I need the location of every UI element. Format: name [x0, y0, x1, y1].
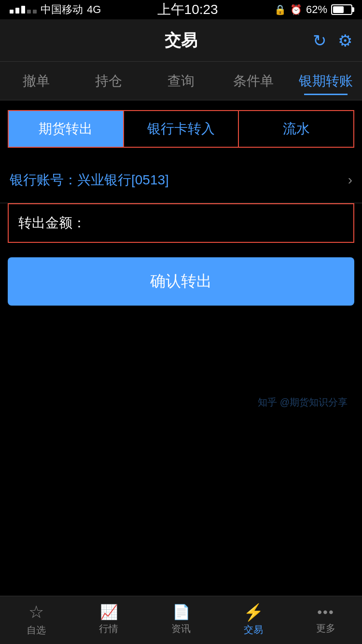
status-right: 🔒 ⏰ 62%	[274, 3, 352, 16]
lock-icon: 🔒	[274, 4, 286, 15]
network-label: 4G	[87, 3, 101, 16]
bottom-nav-news[interactable]: 📄 资讯	[145, 605, 217, 635]
market-icon: 📈	[100, 605, 118, 619]
news-icon: 📄	[172, 605, 190, 619]
time-label: 上午10:23	[157, 0, 218, 19]
amount-row: 转出金额：	[8, 203, 354, 243]
status-left: 中国移动 4G	[10, 2, 101, 17]
bottom-nav: ☆ 自选 📈 行情 📄 资讯 ⚡ 交易 ••• 更多	[0, 596, 362, 644]
refresh-icon[interactable]: ↻	[313, 31, 326, 50]
page-title: 交易	[165, 29, 197, 52]
confirm-button[interactable]: 确认转出	[8, 257, 354, 306]
sub-tabs: 期货转出 银行卡转入 流水	[8, 110, 354, 148]
trade-label: 交易	[244, 623, 263, 636]
tab-transfer[interactable]: 银期转账	[290, 67, 362, 95]
signal-dots	[10, 6, 37, 14]
tab-query[interactable]: 查询	[145, 67, 217, 95]
settings-icon[interactable]: ⚙	[338, 31, 352, 50]
tab-position[interactable]: 持仓	[72, 67, 145, 95]
battery-indicator	[331, 4, 352, 15]
sub-tab-futures-out[interactable]: 期货转出	[9, 111, 124, 147]
bank-account-highlight: [0513]	[131, 172, 169, 187]
chevron-right-icon: ›	[348, 172, 352, 188]
status-bar: 中国移动 4G 上午10:23 🔒 ⏰ 62%	[0, 0, 362, 19]
bottom-nav-market[interactable]: 📈 行情	[72, 605, 145, 635]
more-icon: •••	[317, 605, 334, 619]
trade-icon: ⚡	[243, 604, 264, 620]
bank-account-row[interactable]: 银行账号：兴业银行[0513] ›	[0, 157, 362, 203]
bottom-nav-more[interactable]: ••• 更多	[290, 605, 362, 635]
alarm-icon: ⏰	[290, 4, 302, 15]
favorites-icon: ☆	[28, 603, 44, 621]
watermark: 知乎 @期货知识分享	[258, 396, 348, 409]
bottom-nav-favorites[interactable]: ☆ 自选	[0, 603, 72, 637]
sub-tab-history[interactable]: 流水	[239, 111, 353, 147]
tab-cancel[interactable]: 撤单	[0, 67, 72, 95]
sub-tab-bank-in[interactable]: 银行卡转入	[124, 111, 239, 147]
more-label: 更多	[316, 622, 335, 635]
nav-header: 交易 ↻ ⚙	[0, 19, 362, 62]
tab-condition[interactable]: 条件单	[217, 67, 290, 95]
amount-input[interactable]	[86, 215, 344, 231]
favorites-label: 自选	[27, 624, 46, 637]
bank-account-label: 银行账号：兴业银行[0513]	[10, 171, 169, 189]
amount-label: 转出金额：	[18, 214, 86, 232]
top-tab-bar: 撤单 持仓 查询 条件单 银期转账	[0, 62, 362, 100]
bottom-nav-trade[interactable]: ⚡ 交易	[217, 604, 290, 636]
carrier-label: 中国移动	[41, 2, 83, 17]
nav-actions: ↻ ⚙	[313, 31, 352, 50]
battery-label: 62%	[306, 3, 327, 16]
content-area: 期货转出 银行卡转入 流水 银行账号：兴业银行[0513] › 转出金额： 确认…	[0, 110, 362, 306]
news-label: 资讯	[171, 622, 191, 635]
market-label: 行情	[99, 622, 118, 635]
